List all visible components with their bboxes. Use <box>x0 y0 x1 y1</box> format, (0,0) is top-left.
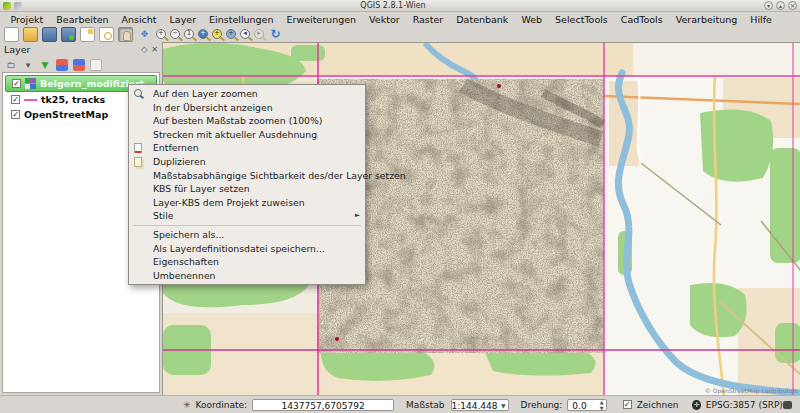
zoom-full-extent-icon[interactable] <box>198 29 208 39</box>
raster-layer-icon <box>25 78 36 89</box>
new-composer-icon[interactable] <box>80 27 95 42</box>
rotation-label: Drehung: <box>521 400 563 410</box>
menu-bearbeiten[interactable]: Bearbeiten <box>50 14 115 25</box>
layer-label: tk25, tracks <box>41 94 105 105</box>
menu-web[interactable]: Web <box>515 14 549 25</box>
zoom-last-icon[interactable] <box>240 29 250 39</box>
add-group-icon[interactable] <box>5 59 17 71</box>
zoom-in-icon[interactable] <box>156 29 166 39</box>
float-panel-icon[interactable]: ◇ <box>141 45 147 54</box>
remove-layer-icon[interactable] <box>90 59 102 71</box>
spinner-arrows-icon[interactable]: ▲▼ <box>600 399 604 411</box>
layer-label: OpenStreetMap <box>24 109 108 120</box>
qgis-logo-icon <box>3 2 11 10</box>
layer-checkbox[interactable]: ✓ <box>12 79 21 88</box>
new-project-icon[interactable] <box>4 27 19 42</box>
menu-bar: Projekt Bearbeiten Ansicht Layer Einstel… <box>0 12 800 26</box>
title-bar: QGIS 2.8.1-Wien ▾ ▴ ✕ <box>0 0 800 12</box>
close-button[interactable]: ✕ <box>788 1 797 10</box>
zoom-to-layer-icon <box>134 89 142 97</box>
menu-ansicht[interactable]: Ansicht <box>115 14 163 25</box>
rotation-spinner[interactable]: 0.0▲▼ <box>567 399 606 411</box>
coordinate-input[interactable]: 1437757,6705792 <box>252 399 394 411</box>
menu-verarbeitung[interactable]: Verarbeitung <box>669 14 744 25</box>
menu-item-zoom-best-scale[interactable]: Auf besten Maßstab zoomen (100%) <box>129 114 365 128</box>
layer-checkbox[interactable]: ✓ <box>11 95 20 104</box>
qgis-window: QGIS 2.8.1-Wien ▾ ▴ ✕ Projekt Bearbeiten… <box>0 0 800 413</box>
filter-legend-icon[interactable] <box>39 59 51 71</box>
osm-attribution: © OpenStreetMap contributors <box>705 387 798 394</box>
main-toolbar <box>0 26 800 42</box>
render-checkbox[interactable]: ✓ <box>623 400 632 409</box>
crs-globe-icon[interactable]: ✛ <box>692 400 700 410</box>
collapse-all-icon[interactable] <box>73 59 85 71</box>
menu-item-stretch-current-extent[interactable]: Strecken mit aktueller Ausdehnung <box>129 128 365 142</box>
menu-item-duplicate[interactable]: Duplizieren <box>129 155 365 169</box>
menu-separator <box>133 225 361 226</box>
layer-visibility-icon[interactable] <box>22 59 34 71</box>
menu-item-save-layer-definition[interactable]: Als Layerdefinitionsdatei speichern... <box>129 242 365 256</box>
composer-manager-icon[interactable] <box>99 27 114 42</box>
coordinate-label: Koordinate: <box>196 400 248 410</box>
menu-item-remove[interactable]: Entfernen <box>129 141 365 155</box>
chevron-down-icon: ▼ <box>501 400 506 412</box>
menu-item-save-as[interactable]: Speichern als... <box>129 228 365 242</box>
render-label: Zeichnen <box>637 400 679 410</box>
layers-panel-header: Layer ◇ ✕ <box>0 42 162 57</box>
coordinate-capture-icon[interactable]: ✳ <box>183 400 191 410</box>
menu-item-styles[interactable]: Stile ► <box>129 209 365 223</box>
pan-map-icon[interactable] <box>118 27 133 42</box>
duplicate-icon <box>134 157 142 167</box>
save-project-as-icon[interactable] <box>61 27 76 42</box>
menu-hilfe[interactable]: Hilfe <box>744 14 779 25</box>
zoom-out-icon[interactable] <box>170 29 180 39</box>
crs-status-label[interactable]: EPSG:3857 (SRP) <box>706 400 783 410</box>
menu-layer[interactable]: Layer <box>163 14 203 25</box>
menu-selecttools[interactable]: SelectTools <box>549 14 615 25</box>
menu-einstellungen[interactable]: Einstellungen <box>203 14 280 25</box>
close-panel-icon[interactable]: ✕ <box>151 45 158 54</box>
refresh-map-icon[interactable] <box>268 27 283 42</box>
maximize-button[interactable]: ▴ <box>776 1 785 10</box>
zoom-to-selection-icon[interactable] <box>212 29 222 39</box>
window-menu-icon[interactable] <box>14 2 22 10</box>
status-bar: ✳ Koordinate: 1437757,6705792 Maßstab 1:… <box>0 395 800 413</box>
zoom-native-icon[interactable] <box>184 29 194 39</box>
minimize-button[interactable]: ▾ <box>764 1 773 10</box>
menu-datenbank[interactable]: Datenbank <box>450 14 515 25</box>
menu-item-show-in-overview[interactable]: In der Übersicht anzeigen <box>129 101 365 115</box>
expand-all-icon[interactable] <box>56 59 68 71</box>
messages-bubble-icon[interactable] <box>783 401 792 409</box>
menu-erweiterungen[interactable]: Erweiterungen <box>280 14 363 25</box>
menu-projekt[interactable]: Projekt <box>4 14 50 25</box>
zoom-next-icon <box>254 29 264 39</box>
scale-combobox[interactable]: 1:144.448▼ <box>451 399 509 411</box>
zoom-to-layer-icon[interactable] <box>226 29 236 39</box>
scale-label: Maßstab <box>406 400 444 410</box>
menu-cadtools[interactable]: CadTools <box>614 14 669 25</box>
menu-item-scale-visibility[interactable]: Maßstabsabhängige Sichtbarkeit des/der L… <box>129 169 365 183</box>
layers-panel-title: Layer <box>4 44 31 55</box>
layer-checkbox[interactable]: ✓ <box>11 110 20 119</box>
menu-raster[interactable]: Raster <box>406 14 450 25</box>
layers-panel-toolbar <box>0 57 162 73</box>
remove-icon <box>134 143 142 153</box>
save-project-icon[interactable] <box>42 27 57 42</box>
menu-vektor[interactable]: Vektor <box>363 14 407 25</box>
layer-context-menu: Auf den Layer zoomen In der Übersicht an… <box>128 84 366 285</box>
menu-item-zoom-to-layer[interactable]: Auf den Layer zoomen <box>129 87 365 101</box>
menu-item-set-project-crs[interactable]: Layer-KBS dem Projekt zuweisen <box>129 196 365 210</box>
open-project-icon[interactable] <box>23 27 38 42</box>
pan-to-selection-icon[interactable] <box>137 27 152 42</box>
submenu-arrow-icon: ► <box>355 209 360 223</box>
menu-item-properties[interactable]: Eigenschaften <box>129 255 365 269</box>
menu-item-rename[interactable]: Umbenennen <box>129 269 365 283</box>
line-symbol-icon <box>24 99 37 101</box>
window-title: QGIS 2.8.1-Wien <box>25 1 761 10</box>
menu-item-set-layer-crs[interactable]: KBS für Layer setzen <box>129 182 365 196</box>
